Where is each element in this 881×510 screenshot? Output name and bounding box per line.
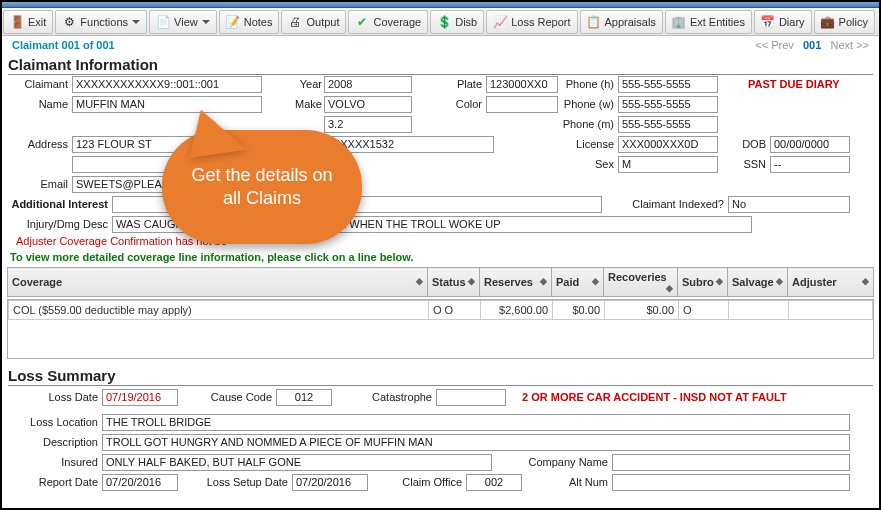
cell-salvage xyxy=(729,301,789,320)
extentities-label: Ext Entities xyxy=(690,16,745,28)
loss-setup-field[interactable]: 07/20/2016 xyxy=(292,474,368,491)
claimant-field[interactable]: XXXXXXXXXXXX9::001::001 xyxy=(72,76,262,93)
phone-w-field[interactable]: 555-555-5555 xyxy=(618,96,718,113)
catastrophe-field[interactable] xyxy=(436,389,506,406)
color-field[interactable] xyxy=(486,96,558,113)
ssn-label: SSN xyxy=(734,158,766,170)
view-label: View xyxy=(174,16,198,28)
cell-reserves: $2,600.00 xyxy=(481,301,553,320)
disb-button[interactable]: 💲Disb xyxy=(430,10,484,34)
report-icon: 📈 xyxy=(493,15,507,29)
sort-icon: ◆ xyxy=(716,276,723,286)
alt-num-field[interactable] xyxy=(612,474,850,491)
year-field[interactable]: 2008 xyxy=(324,76,412,93)
sex-label: Sex xyxy=(588,158,614,170)
description-label: Description xyxy=(8,436,98,448)
app-window: 🚪Exit ⚙Functions 📄View 📝Notes 🖨Output ✔C… xyxy=(0,0,881,510)
year-label: Year xyxy=(288,78,322,90)
report-date-label: Report Date xyxy=(8,476,98,488)
sort-icon: ◆ xyxy=(862,276,869,286)
policy-button[interactable]: 💼Policy xyxy=(814,10,875,34)
callout-tail xyxy=(183,104,247,158)
indexed-label: Claimant Indexed? xyxy=(614,198,724,210)
col-subro[interactable]: Subro◆ xyxy=(678,268,728,297)
phone-w-label: Phone (w) xyxy=(558,98,614,110)
loss-location-field[interactable]: THE TROLL BRIDGE xyxy=(102,414,850,431)
description-field[interactable]: TROLL GOT HUNGRY AND NOMMED A PIECE OF M… xyxy=(102,434,850,451)
col-recoveries[interactable]: Recoveries◆ xyxy=(604,268,678,297)
coverage-button[interactable]: ✔Coverage xyxy=(348,10,428,34)
diary-button[interactable]: 📅Diary xyxy=(754,10,812,34)
functions-label: Functions xyxy=(80,16,128,28)
appraisals-label: Appraisals xyxy=(605,16,656,28)
clipboard-icon: 📋 xyxy=(587,15,601,29)
col-status[interactable]: Status◆ xyxy=(428,268,480,297)
notes-button[interactable]: 📝Notes xyxy=(219,10,280,34)
insured-field[interactable]: ONLY HALF BAKED, BUT HALF GONE xyxy=(102,454,492,471)
loss-date-field[interactable]: 07/19/2016 xyxy=(102,389,178,406)
cause-text: 2 OR MORE CAR ACCIDENT - INSD NOT AT FAU… xyxy=(522,391,787,403)
address-label: Address xyxy=(8,138,68,150)
appraisals-button[interactable]: 📋Appraisals xyxy=(580,10,663,34)
coverage-header-row: Coverage◆ Status◆ Reserves◆ Paid◆ Recove… xyxy=(8,268,874,297)
make-field[interactable]: VOLVO xyxy=(324,96,412,113)
injury-label: Injury/Dmg Desc xyxy=(8,218,108,230)
company-field[interactable] xyxy=(612,454,850,471)
notes-label: Notes xyxy=(244,16,273,28)
building-icon: 🏢 xyxy=(672,15,686,29)
diary-label: Diary xyxy=(779,16,805,28)
cause-code-field[interactable]: 012 xyxy=(276,389,332,406)
ssn-field[interactable]: -- xyxy=(770,156,850,173)
current-page: 001 xyxy=(803,39,821,51)
cell-subro: O xyxy=(679,301,729,320)
loss-setup-label: Loss Setup Date xyxy=(188,476,288,488)
coverage-row[interactable]: COL ($559.00 deductible may apply) O O $… xyxy=(9,301,873,320)
phone-h-field[interactable]: 555-555-5555 xyxy=(618,76,718,93)
chevron-down-icon xyxy=(202,20,210,24)
ext-entities-button[interactable]: 🏢Ext Entities xyxy=(665,10,752,34)
indexed-field[interactable]: No xyxy=(728,196,850,213)
loss-date-label: Loss Date xyxy=(8,391,98,403)
email-label: Email xyxy=(8,178,68,190)
sex-field[interactable]: M xyxy=(618,156,718,173)
alt-num-label: Alt Num xyxy=(554,476,608,488)
cell-paid: $0.00 xyxy=(553,301,605,320)
license-field[interactable]: XXX000XXX0D xyxy=(618,136,718,153)
loss-location-label: Loss Location xyxy=(8,416,98,428)
claimant-heading: Claimant Information xyxy=(8,56,873,75)
dob-field[interactable]: 00/00/0000 xyxy=(770,136,850,153)
briefcase-icon: 💼 xyxy=(821,15,835,29)
loss-report-button[interactable]: 📈Loss Report xyxy=(486,10,577,34)
policy-label: Policy xyxy=(839,16,868,28)
claimant-form: Claimant XXXXXXXXXXXX9::001::001 Year 20… xyxy=(8,75,873,235)
coverage-table: Coverage◆ Status◆ Reserves◆ Paid◆ Recove… xyxy=(7,267,874,297)
view-button[interactable]: 📄View xyxy=(149,10,217,34)
loss-form: Loss Date 07/19/2016 Cause Code 012 Cata… xyxy=(8,386,873,506)
make-label: Make xyxy=(288,98,322,110)
report-date-field[interactable]: 07/20/2016 xyxy=(102,474,178,491)
col-coverage[interactable]: Coverage◆ xyxy=(8,268,428,297)
output-button[interactable]: 🖨Output xyxy=(281,10,346,34)
col-salvage[interactable]: Salvage◆ xyxy=(728,268,788,297)
claimant-section: Claimant Information Claimant XXXXXXXXXX… xyxy=(2,54,879,249)
adjuster-confirmation-warning: Adjuster Coverage Confirmation has not b… xyxy=(8,235,873,247)
functions-button[interactable]: ⚙Functions xyxy=(55,10,147,34)
claimant-position: Claimant 001 of 001 xyxy=(12,39,115,51)
printer-icon: 🖨 xyxy=(288,15,302,29)
claim-office-field[interactable]: 002 xyxy=(466,474,522,491)
sort-icon: ◆ xyxy=(468,276,475,286)
name-label: Name xyxy=(8,98,68,110)
sort-icon: ◆ xyxy=(776,276,783,286)
prev-link[interactable]: << Prev xyxy=(755,39,794,51)
exit-button[interactable]: 🚪Exit xyxy=(3,10,53,34)
col-reserves[interactable]: Reserves◆ xyxy=(480,268,552,297)
note-icon: 📝 xyxy=(226,15,240,29)
phone-m-field[interactable]: 555-555-5555 xyxy=(618,116,718,133)
page-icon: 📄 xyxy=(156,15,170,29)
plate-field[interactable]: 123000XX0 xyxy=(486,76,558,93)
col-adjuster[interactable]: Adjuster◆ xyxy=(788,268,874,297)
sort-icon: ◆ xyxy=(540,276,547,286)
coverage-section: To view more detailed coverage line info… xyxy=(2,249,879,359)
col-paid[interactable]: Paid◆ xyxy=(552,268,604,297)
next-link[interactable]: Next >> xyxy=(830,39,869,51)
